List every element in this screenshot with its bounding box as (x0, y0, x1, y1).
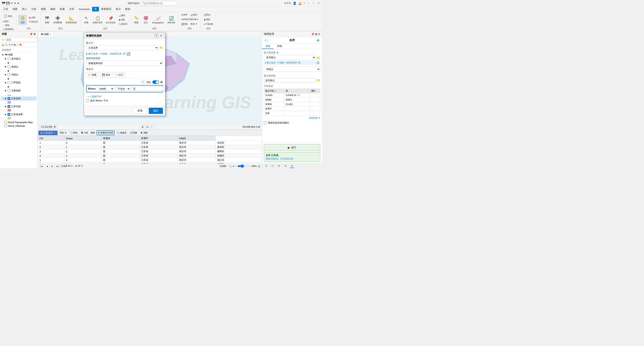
layer-checkbox-jiangsu-province[interactable] (8, 113, 10, 116)
search-box[interactable]: 🔍 (141, 1, 176, 5)
where-value-input[interactable] (132, 87, 164, 91)
dialog-help-btn[interactable]: ? (154, 34, 158, 38)
map-grid-btn[interactable]: ⊞ (140, 125, 144, 128)
coord-transform-btn[interactable]: 🔄 坐标转换 (166, 15, 176, 25)
sidebar-search-input[interactable] (5, 38, 37, 42)
col-name[interactable]: NAME (177, 136, 215, 141)
apply-btn[interactable]: 应用 (133, 108, 147, 114)
add-source-btn[interactable]: 添加新源 ▼ (309, 116, 320, 119)
clear-tool-btn[interactable]: 🗑 清除 (140, 131, 149, 135)
attr-select-btn[interactable]: 📋 按属性选择 (92, 15, 104, 25)
measure-btn[interactable]: 📏 测量 (132, 15, 140, 25)
geopro-tab-env[interactable]: 环境 (274, 44, 285, 49)
sidebar-close-btn[interactable]: ✕ (34, 33, 36, 36)
calc-btn[interactable]: 🖩 计算 (80, 131, 89, 135)
paste-btn[interactable]: 📋 粘贴 (2, 13, 14, 19)
menu-view[interactable]: 视图 (39, 7, 48, 11)
menu-feature-layer[interactable]: 要素图层 (99, 7, 114, 11)
layer-item-jiangsu-county[interactable]: ▼ 江苏县界 (1, 96, 36, 101)
attr-select-tool-btn[interactable]: ⊞ 按属性性选择 (96, 130, 114, 135)
user-icon[interactable]: 👤 (293, 2, 296, 5)
table-tab-close[interactable]: ✕ (54, 132, 56, 134)
layer-item-county-city-points[interactable]: ▼ 县市级点 (1, 57, 36, 61)
run-btn[interactable]: ▶ 运行 (264, 144, 320, 151)
add-data-btn[interactable]: ➕ 添加数据 (52, 15, 63, 25)
checkmark-verify[interactable]: ✓ (141, 80, 145, 84)
status-tab-geo[interactable]: 地 (290, 164, 294, 168)
col-shape[interactable]: Shape (64, 136, 101, 141)
zoom-to-btn[interactable]: 🔍 缩放至 (118, 22, 128, 26)
quick-access-more[interactable]: ▼ (17, 2, 19, 5)
menu-project[interactable]: 工程 (1, 7, 10, 11)
layer-checkbox-jiangsu-city[interactable] (8, 105, 10, 108)
sidebar-pin-btn[interactable]: 📌 (30, 33, 33, 36)
attributes-btn[interactable]: 📊 属性 (118, 14, 128, 18)
col-province[interactable]: 隶属省 (101, 136, 139, 141)
map-plus-btn[interactable]: + (150, 125, 154, 128)
copy-btn[interactable]: 📄 复制 (2, 24, 14, 27)
dialog-info-refresh[interactable]: 🔄 (127, 52, 130, 55)
map-table-btn[interactable]: ⊟ (145, 125, 149, 128)
include-source-checkbox[interactable] (264, 121, 266, 124)
save-tool-btn[interactable]: 💾 保存 (100, 72, 112, 77)
basemap-btn[interactable]: 🗺 底图 (43, 15, 51, 25)
open-history-link[interactable]: 打开历史记录 (280, 157, 293, 160)
copy-path-btn[interactable]: 📎 复制路径 (2, 28, 14, 31)
map-tab-close[interactable]: ✕ (50, 33, 51, 36)
col-fid[interactable]: FID (38, 136, 64, 141)
output-col-header[interactable]: 输出字段 ⊕ (264, 89, 284, 93)
col-city[interactable]: 隶属市 (139, 136, 177, 141)
status-tab-nav[interactable]: 导 (264, 164, 268, 168)
layer-item-world-hillshade[interactable]: World_Hillshade (1, 124, 36, 128)
lock-btn[interactable]: 🔒 锁定 (190, 13, 198, 17)
input-browse-icon[interactable]: 📁 (159, 46, 163, 49)
layer-checkbox-roads[interactable] (8, 89, 10, 92)
dialog-close-btn[interactable]: ✕ (159, 34, 163, 38)
geopro-pin-btn[interactable]: 📌 (311, 33, 314, 36)
map-arrow-btn[interactable]: → (154, 125, 159, 128)
layer-checkbox-county-city[interactable] (8, 57, 10, 60)
layer-item-map[interactable]: ▼ 🗺 地图 (1, 53, 36, 57)
refresh-table-btn[interactable]: 🔄 (258, 165, 260, 167)
geopro-close-btn[interactable]: ✕ (318, 33, 320, 36)
geopro-refresh-btn[interactable]: 🔄 (316, 62, 319, 64)
load-btn[interactable]: 📁 加载 (86, 72, 98, 77)
layer-checkbox-city[interactable] (8, 73, 10, 76)
menu-map[interactable]: 地图 (10, 7, 20, 11)
zoom-slider[interactable] (238, 164, 250, 168)
add-clause-btn[interactable]: + + 添加子句 (86, 94, 163, 99)
infographics-btn[interactable]: 📈 Infographics (151, 15, 165, 25)
scale-select[interactable]: 1:2,112,594 (39, 125, 57, 129)
menu-edit[interactable]: 编辑 (48, 7, 58, 11)
download-map-btn[interactable]: ⬇ 下载地图 (203, 22, 214, 26)
clear-btn[interactable]: 🗑 清除 (118, 18, 128, 22)
filter-clear[interactable]: ✕ (232, 165, 234, 167)
browse-btn[interactable]: 🖐 浏览 (18, 15, 27, 25)
add-field-icon[interactable]: ⊕ (274, 90, 276, 92)
where-op-select[interactable]: 不包含 ▼ (116, 86, 130, 91)
status-tab-create[interactable]: 创 (283, 164, 288, 168)
add-field-btn[interactable]: 📋 添加 (69, 131, 79, 135)
where-field-select[interactable]: NAME (97, 86, 114, 91)
reverse-checkbox[interactable] (86, 99, 89, 102)
table-last-btn[interactable]: ►| (55, 165, 60, 168)
menu-label[interactable]: 标注 (114, 7, 123, 11)
field-tool-btn[interactable]: 字段: ▼ (58, 131, 68, 135)
dialog-input-select[interactable]: 江苏县界 (86, 45, 158, 50)
menu-table[interactable]: 表 (92, 7, 99, 11)
status-tab-label[interactable]: 标 (277, 164, 282, 168)
geopro-add-btn[interactable]: ⊕ (316, 38, 320, 43)
input-browse-btn[interactable]: 📁 (317, 56, 320, 60)
goto-xy-btn[interactable]: 📍 转到XY (28, 20, 39, 24)
zoom-to-tool-btn[interactable]: 🔍 缩放至 (116, 131, 128, 135)
second-input-select[interactable]: 市级点 (264, 67, 320, 72)
more-btn[interactable]: 更多 ▼ (190, 22, 198, 26)
layer-checkbox-hospital[interactable] (8, 81, 10, 84)
quick-access-save[interactable]: 💾 (6, 2, 10, 5)
transform-btn[interactable]: 🔤 转换 (180, 22, 189, 26)
switch-btn[interactable]: 🔄 切换 (129, 131, 138, 135)
notification-icon[interactable]: 🔔 (298, 2, 302, 5)
table-next-btn[interactable]: ► (50, 165, 54, 168)
dialog-selection-type-select[interactable]: 新建选择内容 (86, 61, 163, 66)
layer-checkbox-world-hillshade[interactable] (4, 124, 7, 127)
